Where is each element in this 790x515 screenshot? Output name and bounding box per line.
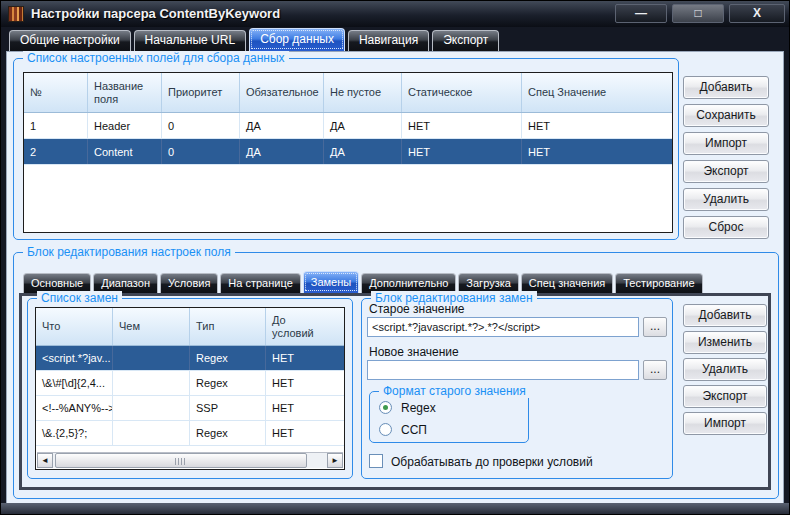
cell-what: <script.*?jav...: [36, 346, 113, 370]
subtab-conditions[interactable]: Условия: [160, 273, 218, 293]
cell-with: [113, 371, 190, 395]
old-value-format-groupbox: Формат старого значения: [369, 391, 529, 443]
header-cell-type[interactable]: Тип: [190, 308, 266, 345]
import-replacements-button[interactable]: Импорт: [683, 412, 767, 435]
cell-static: НЕТ: [402, 113, 522, 138]
old-value-browse-button[interactable]: ...: [643, 317, 667, 337]
edit-replacement-button[interactable]: Изменить: [683, 331, 767, 354]
import-fields-button[interactable]: Импорт: [683, 132, 769, 155]
header-cell-required[interactable]: Обязательное: [240, 73, 324, 112]
scroll-thumb[interactable]: [55, 453, 307, 468]
tab-start-urls[interactable]: Начальные URL: [134, 30, 247, 51]
scroll-right-button[interactable]: ►: [327, 453, 343, 468]
replacements-table-row[interactable]: \&\#[\d]{2,4... Regex НЕТ: [36, 371, 344, 396]
cell-number: 1: [24, 113, 88, 138]
process-before-conditions-label[interactable]: Обрабатывать до проверки условий: [391, 455, 593, 469]
delete-field-button[interactable]: Удалить: [683, 188, 769, 211]
old-value-format-title: Формат старого значения: [379, 384, 530, 398]
add-replacement-button[interactable]: Добавить: [683, 304, 767, 327]
tab-general-settings[interactable]: Общие настройки: [9, 30, 131, 51]
replacements-table-row-selected[interactable]: <script.*?jav... Regex НЕТ: [36, 346, 344, 371]
cell-with: [113, 421, 190, 445]
cell-not-empty: ДА: [324, 139, 402, 164]
subtab-special-values[interactable]: Спец значения: [521, 273, 613, 293]
fields-table-header: № Название поля Приоритет Обязательное Н…: [24, 73, 672, 113]
cell-type: Regex: [190, 346, 266, 370]
cell-field-name: Content: [88, 139, 162, 164]
cell-special-value: НЕТ: [522, 139, 672, 164]
cell-type: SSP: [190, 396, 266, 420]
save-field-button[interactable]: Сохранить: [683, 104, 769, 127]
subtab-range[interactable]: Диапазон: [93, 273, 158, 293]
cell-required: ДА: [240, 113, 324, 138]
parser-settings-window: Настройки парсера ContentByKeyword — □ X…: [0, 0, 790, 515]
close-button[interactable]: X: [729, 4, 785, 23]
add-field-button[interactable]: Добавить: [683, 76, 769, 99]
hscrollbar[interactable]: ◄ ►: [37, 452, 343, 468]
maximize-button[interactable]: □: [672, 4, 724, 23]
format-regex-label[interactable]: Regex: [401, 401, 436, 415]
format-ssp-label[interactable]: ССП: [401, 423, 427, 437]
cell-before-conditions: НЕТ: [266, 421, 344, 445]
subtab-testing[interactable]: Тестирование: [615, 273, 702, 293]
format-regex-radio[interactable]: [379, 401, 392, 414]
cell-number: 2: [24, 139, 88, 164]
header-cell-before-conditions[interactable]: До условий: [266, 308, 344, 345]
cell-field-name: Header: [88, 113, 162, 138]
scroll-grip-icon: [175, 458, 187, 465]
fields-table-row[interactable]: 1 Header 0 ДА ДА НЕТ НЕТ: [24, 113, 672, 139]
format-ssp-radio[interactable]: [379, 423, 392, 436]
app-icon[interactable]: [8, 6, 24, 22]
subtab-on-page[interactable]: На странице: [220, 273, 300, 293]
scroll-track[interactable]: [53, 453, 327, 468]
header-cell-static[interactable]: Статическое: [402, 73, 522, 112]
cell-type: Regex: [190, 371, 266, 395]
subtab-loading[interactable]: Загрузка: [458, 273, 518, 293]
header-cell-with[interactable]: Чем: [113, 308, 190, 345]
process-before-conditions-checkbox[interactable]: [369, 454, 383, 468]
replacements-table: Что Чем Тип До условий <script.*?jav... …: [35, 307, 345, 470]
main-tabstrip: Общие настройки Начальные URL Сбор данны…: [9, 28, 499, 51]
window-title: Настройки парсера ContentByKeyword: [31, 1, 280, 27]
header-cell-special-value[interactable]: Спец Значение: [522, 73, 672, 112]
cell-priority: 0: [162, 139, 240, 164]
header-cell-what[interactable]: Что: [36, 308, 113, 345]
export-replacements-button[interactable]: Экспорт: [683, 385, 767, 408]
delete-replacement-button[interactable]: Удалить: [683, 358, 767, 381]
header-cell-priority[interactable]: Приоритет: [162, 73, 240, 112]
export-fields-button[interactable]: Экспорт: [683, 160, 769, 183]
new-value-browse-button[interactable]: ...: [643, 360, 667, 380]
minimize-button[interactable]: —: [615, 4, 667, 23]
window-bottom-frame: [1, 503, 790, 514]
cell-before-conditions: НЕТ: [266, 396, 344, 420]
subtab-main[interactable]: Основные: [23, 273, 91, 293]
tab-navigation[interactable]: Навигация: [348, 30, 429, 51]
fields-table-row-selected[interactable]: 2 Content 0 ДА ДА НЕТ НЕТ: [24, 139, 672, 165]
scroll-left-button[interactable]: ◄: [37, 453, 53, 468]
cell-priority: 0: [162, 113, 240, 138]
tab-export[interactable]: Экспорт: [432, 30, 499, 51]
subtab-replacements[interactable]: Замены: [303, 271, 359, 293]
cell-special-value: НЕТ: [522, 113, 672, 138]
fields-groupbox-title: Список настроенных полей для сбора данны…: [23, 51, 289, 65]
header-cell-not-empty[interactable]: Не пустое: [324, 73, 402, 112]
cell-what: \&\#[\d]{2,4...: [36, 371, 113, 395]
replacements-list-title: Список замен: [37, 291, 122, 305]
old-value-input[interactable]: [367, 317, 639, 337]
cell-not-empty: ДА: [324, 113, 402, 138]
new-value-label: Новое значение: [369, 345, 459, 359]
new-value-input[interactable]: [367, 360, 639, 380]
header-cell-field-name[interactable]: Название поля: [88, 73, 162, 112]
cell-with: [113, 396, 190, 420]
replacements-table-row[interactable]: <!--%ANY%--> SSP НЕТ: [36, 396, 344, 421]
fields-table: № Название поля Приоритет Обязательное Н…: [23, 72, 673, 233]
cell-static: НЕТ: [402, 139, 522, 164]
tab-data-collection[interactable]: Сбор данных: [249, 28, 345, 51]
cell-before-conditions: НЕТ: [266, 371, 344, 395]
subtab-additional[interactable]: Дополнительно: [361, 273, 456, 293]
replacements-table-row[interactable]: \&.{2,5}?; Regex НЕТ: [36, 421, 344, 446]
reset-fields-button[interactable]: Сброс: [683, 216, 769, 239]
old-value-label: Старое значение: [369, 302, 465, 316]
cell-before-conditions: НЕТ: [266, 346, 344, 370]
header-cell-number[interactable]: №: [24, 73, 88, 112]
